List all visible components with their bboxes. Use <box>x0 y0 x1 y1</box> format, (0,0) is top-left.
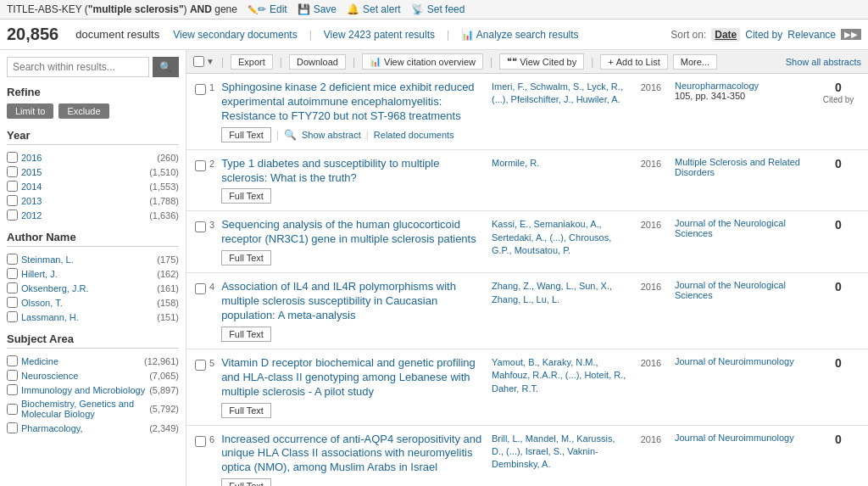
result-checkbox[interactable] <box>195 221 206 232</box>
limit-to-button[interactable]: Limit to <box>7 103 53 119</box>
author-checkbox[interactable] <box>7 297 18 308</box>
year-label[interactable]: 2013 <box>21 196 146 206</box>
author-label[interactable]: Steinman, L. <box>21 254 153 265</box>
author-checkbox[interactable] <box>7 268 18 279</box>
year-checkbox[interactable] <box>7 152 18 163</box>
result-year: 2016 <box>641 358 661 368</box>
top-bar: TITLE-ABS-KEY ("multiple sclerosis") AND… <box>0 0 868 20</box>
view-secondary-link[interactable]: View secondary documents <box>173 29 298 41</box>
subject-label[interactable]: Pharmacology, <box>21 423 146 433</box>
more-button[interactable]: More... <box>673 54 717 70</box>
view-cited-button[interactable]: ❝❝ View Cited by <box>499 53 584 70</box>
year-label[interactable]: 2016 <box>21 153 153 163</box>
subject-checkbox[interactable] <box>7 422 18 433</box>
authors: Yamout, B., Karaky, N.M., Mahfouz, R.A.R… <box>492 356 627 395</box>
result-meta-authors: Brill, L., Mandel, M., Karussis, D., (..… <box>492 433 627 486</box>
edit-button[interactable]: ✏ Edit <box>248 3 287 15</box>
subject-label[interactable]: Medicine <box>21 356 141 366</box>
result-year: 2016 <box>641 159 661 169</box>
full-text-button[interactable]: Full Text <box>221 327 271 342</box>
subject-checkbox[interactable] <box>7 404 18 415</box>
result-checkbox[interactable] <box>195 436 206 447</box>
sort-cited[interactable]: Cited by <box>745 29 782 41</box>
subject-count: (5,897) <box>149 385 179 395</box>
authors: Imeri, F., Schwalm, S., Lyck, R., (...),… <box>492 81 627 107</box>
author-count: (151) <box>157 312 179 322</box>
search-within-button[interactable]: 🔍 <box>153 57 179 77</box>
result-checkbox[interactable] <box>195 360 206 371</box>
result-title[interactable]: Vitamin D receptor biochemical and genet… <box>221 356 485 399</box>
journal-name[interactable]: Multiple Sclerosis and Related Disorders <box>675 157 810 177</box>
select-all-checkbox[interactable] <box>193 56 204 67</box>
year-filter-item: 2016 (260) <box>7 150 179 165</box>
add-to-list-button[interactable]: + Add to List <box>600 54 667 70</box>
full-text-button[interactable]: Full Text <box>221 188 271 204</box>
author-label[interactable]: Lassmann, H. <box>21 312 153 322</box>
subject-label[interactable]: Immunology and Microbiology <box>21 385 146 395</box>
analyze-link[interactable]: 📊 Analyze search results <box>461 29 578 41</box>
author-label[interactable]: Hillert, J. <box>21 269 153 279</box>
journal-name[interactable]: Journal of Neuroimmunology <box>675 356 810 366</box>
full-text-button[interactable]: Full Text <box>221 478 271 486</box>
full-text-button[interactable]: Full Text <box>221 250 271 265</box>
result-title[interactable]: Sphingosine kinase 2 deficient mice exhi… <box>221 81 485 124</box>
author-label[interactable]: Oksenberg, J.R. <box>21 283 153 293</box>
journal-name[interactable]: Journal of Neuroimmunology <box>675 433 810 443</box>
result-checkbox[interactable] <box>195 84 206 95</box>
show-all-abstracts-link[interactable]: Show all abstracts <box>786 57 861 67</box>
sort-relevance[interactable]: Relevance <box>787 29 836 41</box>
year-label[interactable]: 2015 <box>21 167 146 177</box>
result-cited-col: 0 Cited by <box>817 81 860 142</box>
year-filters: 2016 (260) 2015 (1,510) 2014 (1,553) 201… <box>7 150 179 222</box>
search-within-input[interactable] <box>7 57 149 77</box>
author-checkbox[interactable] <box>7 282 18 293</box>
exclude-button[interactable]: Exclude <box>58 103 108 119</box>
sort-date[interactable]: Date <box>711 28 740 42</box>
subject-checkbox[interactable] <box>7 384 18 395</box>
author-checkbox[interactable] <box>7 254 18 265</box>
year-filter-item: 2014 (1,553) <box>7 179 179 193</box>
search-within: 🔍 <box>7 57 179 77</box>
result-title[interactable]: Association of IL4 and IL4R polymorphism… <box>221 280 485 323</box>
result-checkbox[interactable] <box>195 160 206 171</box>
view-patent-link[interactable]: View 2423 patent results <box>324 29 435 41</box>
export-button[interactable]: Export <box>231 54 273 70</box>
result-title[interactable]: Type 1 diabetes and susceptibility to mu… <box>221 157 485 186</box>
journal-name[interactable]: Neuropharmacology <box>675 81 810 91</box>
subject-label[interactable]: Neuroscience <box>21 371 146 381</box>
author-filter-item: Steinman, L. (175) <box>7 252 179 266</box>
subject-label[interactable]: Biochemistry, Genetics and Molecular Bio… <box>21 399 146 419</box>
author-checkbox[interactable] <box>7 311 18 322</box>
result-title[interactable]: Sequencing analysis of the human glucoco… <box>221 218 485 247</box>
year-checkbox[interactable] <box>7 195 18 206</box>
result-checkbox[interactable] <box>195 283 206 294</box>
result-title[interactable]: Increased occurrence of anti-AQP4 seropo… <box>221 433 485 476</box>
result-number: 5 <box>209 358 214 368</box>
result-content: Type 1 diabetes and susceptibility to mu… <box>221 157 485 204</box>
journal-name[interactable]: Journal of the Neurological Sciences <box>675 280 810 300</box>
authors: Brill, L., Mandel, M., Karussis, D., (..… <box>492 433 627 472</box>
show-abstract-link[interactable]: Show abstract <box>302 130 361 140</box>
result-year: 2016 <box>641 220 661 230</box>
year-label[interactable]: 2014 <box>21 182 146 192</box>
set-alert-button[interactable]: 🔔 Set alert <box>347 3 401 15</box>
full-text-button[interactable]: Full Text <box>221 127 271 142</box>
save-button[interactable]: 💾 Save <box>298 3 337 15</box>
year-label[interactable]: 2012 <box>21 210 146 221</box>
subject-checkbox[interactable] <box>7 370 18 381</box>
main-layout: 🔍 Refine Limit to Exclude Year 2016 (260… <box>0 50 868 486</box>
subject-checkbox[interactable] <box>7 355 18 366</box>
download-button[interactable]: Download <box>289 54 346 70</box>
year-checkbox[interactable] <box>7 209 18 221</box>
year-checkbox[interactable] <box>7 181 18 192</box>
related-docs-link[interactable]: Related documents <box>374 130 454 140</box>
set-feed-button[interactable]: 📡 Set feed <box>411 3 465 15</box>
select-dropdown-arrow[interactable]: ▼ <box>206 57 214 66</box>
full-text-button[interactable]: Full Text <box>221 403 271 418</box>
year-checkbox[interactable] <box>7 166 18 177</box>
view-citation-button[interactable]: 📊 View citation overview <box>362 53 483 70</box>
year-section-title: Year <box>7 129 179 145</box>
author-label[interactable]: Olsson, T. <box>21 298 153 308</box>
select-all-check: ▼ <box>193 56 214 67</box>
journal-name[interactable]: Journal of the Neurological Sciences <box>675 218 810 238</box>
